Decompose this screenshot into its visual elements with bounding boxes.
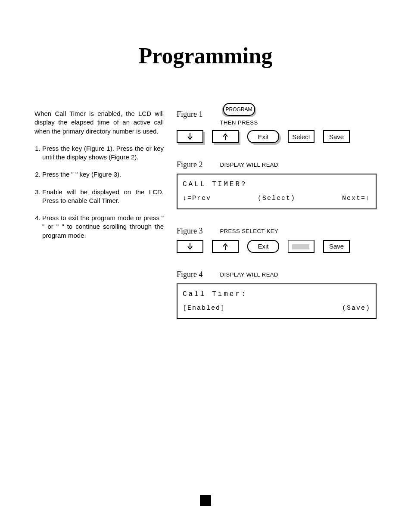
figure-1-label: Figure 1 (177, 110, 203, 119)
then-press-label: THEN PRESS (220, 119, 258, 126)
exit-button[interactable]: Exit (247, 130, 279, 143)
figure-3-note: PRESS SELECT KEY (220, 228, 279, 234)
lcd-display-4: Call Timer: [Enabled] (Save) (177, 283, 377, 319)
save-button[interactable]: Save (323, 240, 350, 253)
up-arrow-button[interactable] (212, 130, 239, 143)
figures-column: Figure 1 PROGRAM THEN PRESS Exit Select … (177, 103, 377, 336)
figure-1: Figure 1 PROGRAM THEN PRESS Exit Select … (177, 103, 377, 143)
arrow-down-icon (187, 133, 193, 140)
lcd-prev: ↓=Prev (183, 193, 211, 204)
figure-4-label: Figure 4 (177, 270, 203, 279)
arrow-down-icon (187, 243, 193, 250)
select-button[interactable]: Select (288, 130, 314, 143)
lcd-enabled: [Enabled] (183, 303, 225, 314)
lcd-save: (Save) (342, 303, 371, 314)
lcd-next: Next=↑ (342, 193, 371, 204)
save-button[interactable]: Save (323, 130, 350, 143)
step-3: Enable will be displayed on the LCD. Pre… (42, 188, 164, 205)
arrow-up-icon (222, 243, 228, 250)
program-button[interactable]: PROGRAM (223, 103, 255, 116)
page-title: Programming (34, 43, 377, 68)
step-4: Press to exit the program mode or press … (42, 214, 164, 240)
down-arrow-button[interactable] (177, 130, 203, 143)
down-arrow-button[interactable] (177, 240, 203, 253)
page-number (200, 495, 211, 506)
up-arrow-button[interactable] (212, 240, 239, 253)
step-2: Press the " " key (Figure 3). (42, 170, 164, 179)
intro-paragraph: When Call Timer is enabled, the LCD will… (34, 109, 164, 136)
step-1: Press the key (Figure 1). Press the or k… (42, 144, 164, 162)
exit-button[interactable]: Exit (247, 240, 279, 253)
lcd-display-2: CALL TIMER? ↓=Prev (Select) Next=↑ (177, 174, 377, 209)
figure-2-label: Figure 2 (177, 160, 203, 169)
figure-2-note: DISPLAY WILL READ (220, 162, 278, 168)
figure-2: Figure 2 DISPLAY WILL READ CALL TIMER? ↓… (177, 160, 377, 209)
figure-3-label: Figure 3 (177, 227, 203, 236)
lcd-select: (Select) (258, 193, 296, 204)
select-button-pressed[interactable] (288, 240, 314, 253)
arrow-up-icon (222, 133, 228, 140)
figure-3: Figure 3 PRESS SELECT KEY Exit Save (177, 227, 377, 253)
instructions-column: When Call Timer is enabled, the LCD will… (34, 103, 164, 336)
steps-list: Press the key (Figure 1). Press the or k… (34, 144, 164, 240)
figure-4: Figure 4 DISPLAY WILL READ Call Timer: [… (177, 270, 377, 319)
figure-4-note: DISPLAY WILL READ (220, 271, 278, 278)
lcd-line-1: CALL TIMER? (183, 179, 371, 190)
lcd-line-1: Call Timer: (183, 289, 371, 300)
